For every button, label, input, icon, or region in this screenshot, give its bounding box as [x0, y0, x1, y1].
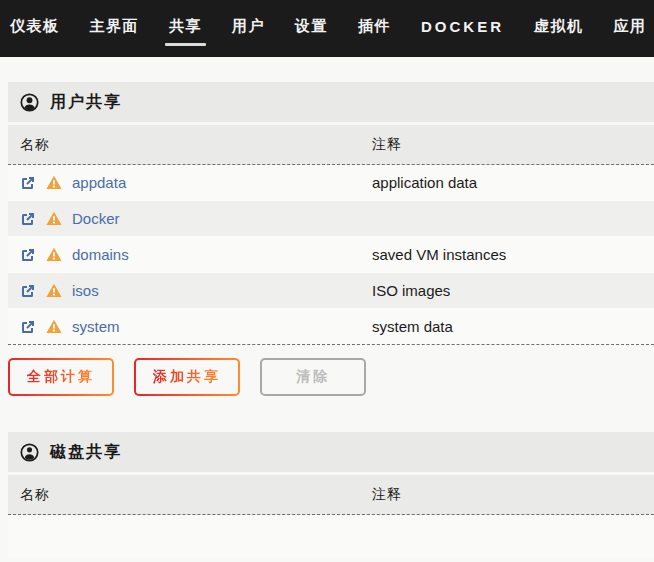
user-shares-actions: 全部计算 添加共享 清除 — [8, 358, 654, 396]
disk-shares-empty-area — [8, 515, 654, 559]
disk-shares-title: 磁盘共享 — [50, 442, 122, 463]
nav-tab-0[interactable]: 仪表板 — [8, 11, 62, 46]
nav-tab-1[interactable]: 主界面 — [88, 11, 142, 46]
warning-triangle-icon[interactable] — [46, 283, 62, 298]
user-shares-table-body: appdata application data Docker — [8, 165, 654, 345]
column-header-comment: 注释 — [372, 136, 654, 154]
nav-tab-8[interactable]: 应用 — [612, 11, 649, 46]
external-link-icon[interactable] — [20, 247, 36, 263]
warning-triangle-icon[interactable] — [46, 211, 62, 226]
share-name-cell: Docker — [8, 210, 372, 227]
user-circle-icon — [20, 93, 39, 112]
external-link-icon[interactable] — [20, 175, 36, 191]
external-link-icon[interactable] — [20, 283, 36, 299]
nav-tab-7[interactable]: 虚拟机 — [532, 11, 586, 46]
clear-button[interactable]: 清除 — [260, 358, 366, 396]
nav-tab-4[interactable]: 设置 — [293, 11, 330, 46]
share-name-cell: domains — [8, 246, 372, 263]
share-row: domains saved VM instances — [8, 237, 654, 273]
share-name-cell: isos — [8, 282, 372, 299]
share-row: appdata application data — [8, 165, 654, 201]
share-row: system system data — [8, 309, 654, 345]
user-shares-section: 用户共享 名称 注释 appdata application data — [8, 82, 654, 345]
share-name-cell: system — [8, 318, 372, 335]
user-shares-table-header: 名称 注释 — [8, 125, 654, 165]
share-comment: system data — [372, 318, 654, 335]
share-name-link[interactable]: appdata — [72, 174, 126, 191]
share-comment: application data — [372, 174, 654, 191]
share-row: Docker — [8, 201, 654, 237]
share-name-link[interactable]: system — [72, 318, 120, 335]
share-name-link[interactable]: domains — [72, 246, 129, 263]
top-navigation: 仪表板主界面共享用户设置插件DOCKER虚拟机应用工具 — [0, 0, 654, 57]
share-name-link[interactable]: isos — [72, 282, 99, 299]
user-shares-title: 用户共享 — [50, 92, 122, 113]
share-comment: saved VM instances — [372, 246, 654, 263]
compute-all-button[interactable]: 全部计算 — [8, 358, 114, 396]
user-shares-header: 用户共享 — [8, 82, 654, 122]
disk-shares-section: 磁盘共享 名称 注释 — [8, 432, 654, 559]
nav-tab-docker[interactable]: DOCKER — [419, 12, 506, 45]
user-circle-solid-icon — [20, 443, 39, 462]
share-name-link[interactable]: Docker — [72, 210, 120, 227]
nav-tab-5[interactable]: 插件 — [356, 11, 393, 46]
disk-shares-header: 磁盘共享 — [8, 432, 654, 472]
external-link-icon[interactable] — [20, 319, 36, 335]
share-row: isos ISO images — [8, 273, 654, 309]
share-comment: ISO images — [372, 282, 654, 299]
nav-tab-2[interactable]: 共享 — [167, 11, 204, 46]
external-link-icon[interactable] — [20, 211, 36, 227]
disk-shares-table-header: 名称 注释 — [8, 475, 654, 515]
share-name-cell: appdata — [8, 174, 372, 191]
warning-triangle-icon[interactable] — [46, 319, 62, 334]
column-header-name: 名称 — [8, 486, 372, 504]
column-header-name: 名称 — [8, 136, 372, 154]
add-share-button[interactable]: 添加共享 — [134, 358, 240, 396]
column-header-comment: 注释 — [372, 486, 654, 504]
warning-triangle-icon[interactable] — [46, 247, 62, 262]
nav-tab-3[interactable]: 用户 — [230, 11, 267, 46]
warning-triangle-icon[interactable] — [46, 175, 62, 190]
